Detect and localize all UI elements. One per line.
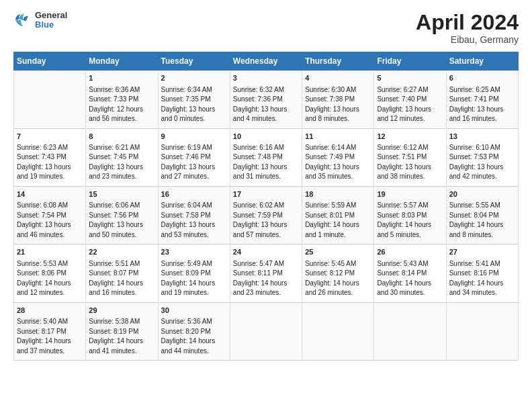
calendar-row: 28Sunrise: 5:40 AM Sunset: 8:17 PM Dayli… [14,302,519,360]
day-number: 2 [161,73,227,83]
calendar-row: 7Sunrise: 6:23 AM Sunset: 7:43 PM Daylig… [14,128,519,186]
calendar-cell: 25Sunrise: 5:45 AM Sunset: 8:12 PM Dayli… [302,244,374,302]
day-content: Sunrise: 5:43 AM Sunset: 8:14 PM Dayligh… [377,259,443,298]
calendar-cell: 28Sunrise: 5:40 AM Sunset: 8:17 PM Dayli… [14,302,86,360]
day-content: Sunrise: 6:21 AM Sunset: 7:45 PM Dayligh… [89,143,154,182]
day-number: 13 [449,132,515,142]
calendar-cell: 16Sunrise: 6:04 AM Sunset: 7:58 PM Dayli… [158,186,230,244]
calendar-cell: 14Sunrise: 6:08 AM Sunset: 7:54 PM Dayli… [14,186,86,244]
day-content: Sunrise: 6:32 AM Sunset: 7:36 PM Dayligh… [233,85,299,124]
calendar-cell: 19Sunrise: 5:57 AM Sunset: 8:03 PM Dayli… [374,186,446,244]
col-header-wednesday: Wednesday [230,52,302,71]
calendar-cell: 15Sunrise: 6:06 AM Sunset: 7:56 PM Dayli… [86,186,158,244]
day-content: Sunrise: 5:53 AM Sunset: 8:06 PM Dayligh… [17,259,83,298]
calendar-title: April 2024 [416,11,519,34]
calendar-cell: 9Sunrise: 6:19 AM Sunset: 7:46 PM Daylig… [158,128,230,186]
day-content: Sunrise: 5:51 AM Sunset: 8:07 PM Dayligh… [89,259,154,298]
day-number: 24 [233,247,299,257]
calendar-cell: 6Sunrise: 6:25 AM Sunset: 7:41 PM Daylig… [446,71,518,128]
day-content: Sunrise: 6:10 AM Sunset: 7:53 PM Dayligh… [449,143,515,182]
day-number: 10 [233,132,299,142]
calendar-cell: 8Sunrise: 6:21 AM Sunset: 7:45 PM Daylig… [86,128,158,186]
day-content: Sunrise: 5:59 AM Sunset: 8:01 PM Dayligh… [305,201,371,240]
calendar-cell: 10Sunrise: 6:16 AM Sunset: 7:48 PM Dayli… [230,128,302,186]
day-content: Sunrise: 6:36 AM Sunset: 7:33 PM Dayligh… [89,85,154,124]
col-header-tuesday: Tuesday [158,52,230,71]
calendar-row: 21Sunrise: 5:53 AM Sunset: 8:06 PM Dayli… [14,244,519,302]
day-number: 16 [161,189,227,199]
day-content: Sunrise: 5:47 AM Sunset: 8:11 PM Dayligh… [233,259,299,298]
col-header-thursday: Thursday [302,52,374,71]
calendar-cell: 11Sunrise: 6:14 AM Sunset: 7:49 PM Dayli… [302,128,374,186]
day-number: 28 [17,306,83,316]
day-content: Sunrise: 6:23 AM Sunset: 7:43 PM Dayligh… [17,143,83,182]
day-content: Sunrise: 6:34 AM Sunset: 7:35 PM Dayligh… [161,85,227,124]
day-number: 14 [17,189,83,199]
day-content: Sunrise: 5:45 AM Sunset: 8:12 PM Dayligh… [305,259,371,298]
day-content: Sunrise: 6:19 AM Sunset: 7:46 PM Dayligh… [161,143,227,182]
calendar-tbody: 1Sunrise: 6:36 AM Sunset: 7:33 PM Daylig… [14,71,519,361]
calendar-cell: 13Sunrise: 6:10 AM Sunset: 7:53 PM Dayli… [446,128,518,186]
day-number: 20 [449,189,515,199]
calendar-cell: 17Sunrise: 6:02 AM Sunset: 7:59 PM Dayli… [230,186,302,244]
day-number: 9 [161,132,227,142]
calendar-row: 1Sunrise: 6:36 AM Sunset: 7:33 PM Daylig… [14,71,519,128]
calendar-cell: 20Sunrise: 5:55 AM Sunset: 8:04 PM Dayli… [446,186,518,244]
header: General Blue April 2024 Eibau, Germany [13,11,519,45]
calendar-cell: 30Sunrise: 5:36 AM Sunset: 8:20 PM Dayli… [158,302,230,360]
day-number: 1 [89,73,154,83]
day-number: 6 [449,73,515,83]
calendar-cell [14,71,86,128]
day-content: Sunrise: 6:27 AM Sunset: 7:40 PM Dayligh… [377,85,443,124]
day-number: 3 [233,73,299,83]
calendar-cell: 21Sunrise: 5:53 AM Sunset: 8:06 PM Dayli… [14,244,86,302]
calendar-cell: 26Sunrise: 5:43 AM Sunset: 8:14 PM Dayli… [374,244,446,302]
logo-text: General Blue [35,11,67,30]
day-content: Sunrise: 5:49 AM Sunset: 8:09 PM Dayligh… [161,259,227,298]
calendar-cell: 4Sunrise: 6:30 AM Sunset: 7:38 PM Daylig… [302,71,374,128]
calendar-cell [230,302,302,360]
day-number: 23 [161,247,227,257]
calendar-cell: 27Sunrise: 5:41 AM Sunset: 8:16 PM Dayli… [446,244,518,302]
page: General Blue April 2024 Eibau, Germany S… [0,0,532,411]
col-header-saturday: Saturday [446,52,518,71]
day-number: 21 [17,247,83,257]
day-number: 29 [89,306,154,316]
day-number: 30 [161,306,227,316]
day-number: 15 [89,189,154,199]
day-number: 5 [377,73,443,83]
calendar-cell: 12Sunrise: 6:12 AM Sunset: 7:51 PM Dayli… [374,128,446,186]
calendar-cell: 1Sunrise: 6:36 AM Sunset: 7:33 PM Daylig… [86,71,158,128]
day-number: 8 [89,132,154,142]
calendar-cell: 23Sunrise: 5:49 AM Sunset: 8:09 PM Dayli… [158,244,230,302]
calendar-cell: 7Sunrise: 6:23 AM Sunset: 7:43 PM Daylig… [14,128,86,186]
day-number: 19 [377,189,443,199]
logo-text-bottom: Blue [35,20,67,30]
title-block: April 2024 Eibau, Germany [416,11,519,45]
calendar-cell [446,302,518,360]
day-content: Sunrise: 6:04 AM Sunset: 7:58 PM Dayligh… [161,201,227,240]
day-content: Sunrise: 5:55 AM Sunset: 8:04 PM Dayligh… [449,201,515,240]
day-content: Sunrise: 6:06 AM Sunset: 7:56 PM Dayligh… [89,201,154,240]
day-content: Sunrise: 5:36 AM Sunset: 8:20 PM Dayligh… [161,317,227,356]
day-number: 25 [305,247,371,257]
logo: General Blue [13,11,67,30]
calendar-cell: 29Sunrise: 5:38 AM Sunset: 8:19 PM Dayli… [86,302,158,360]
day-content: Sunrise: 5:38 AM Sunset: 8:19 PM Dayligh… [89,317,154,356]
day-number: 7 [17,132,83,142]
day-number: 18 [305,189,371,199]
day-number: 22 [89,247,154,257]
day-content: Sunrise: 6:14 AM Sunset: 7:49 PM Dayligh… [305,143,371,182]
col-header-friday: Friday [374,52,446,71]
calendar-cell: 5Sunrise: 6:27 AM Sunset: 7:40 PM Daylig… [374,71,446,128]
header-row: SundayMondayTuesdayWednesdayThursdayFrid… [14,52,519,71]
day-content: Sunrise: 6:12 AM Sunset: 7:51 PM Dayligh… [377,143,443,182]
calendar-row: 14Sunrise: 6:08 AM Sunset: 7:54 PM Dayli… [14,186,519,244]
day-content: Sunrise: 5:40 AM Sunset: 8:17 PM Dayligh… [17,317,83,356]
calendar-cell [302,302,374,360]
day-content: Sunrise: 6:16 AM Sunset: 7:48 PM Dayligh… [233,143,299,182]
day-content: Sunrise: 5:41 AM Sunset: 8:16 PM Dayligh… [449,259,515,298]
logo-icon [13,11,32,30]
logo-text-top: General [35,11,67,20]
col-header-sunday: Sunday [14,52,86,71]
